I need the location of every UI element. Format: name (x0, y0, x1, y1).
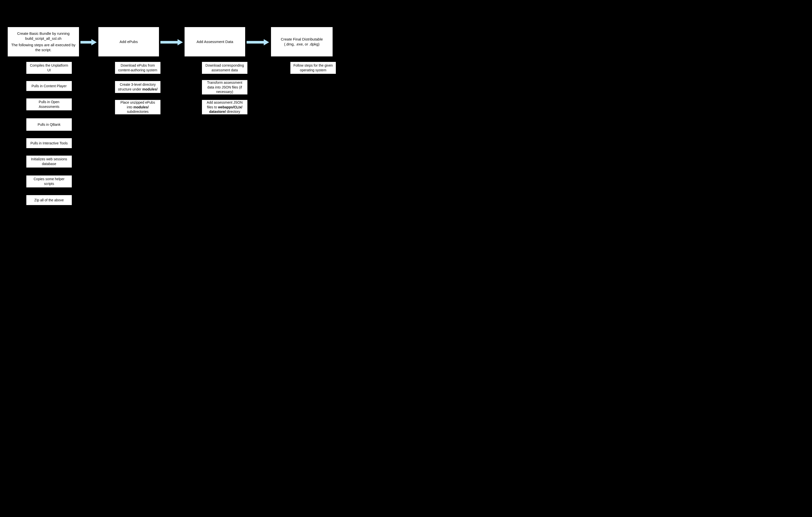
substep-transform-assessment-data: Transform assessment data into JSON file… (202, 80, 248, 95)
text: Initializes web sessions (31, 157, 67, 161)
step-add-assessment-data: Add Assessment Data (184, 27, 245, 57)
substep-create-directory-structure: Create 3-level directory structure under… (115, 81, 161, 93)
substep-pulls-interactive-tools: Pulls in Interactive Tools (26, 138, 72, 148)
text: build_script_all_ssl.sh (25, 36, 62, 40)
substep-download-assessment-data: Download corresponding assessment data (202, 62, 248, 74)
text-bold: datastore/ (209, 110, 226, 114)
text-bold: modules/ (134, 105, 148, 109)
arrow-icon (246, 38, 270, 46)
text: Download corresponding (205, 63, 244, 67)
text: Follow steps for the given (293, 63, 333, 67)
text: Transform assessment (207, 81, 242, 84)
text-bold: webapps/CLIx/ (218, 105, 242, 109)
substep-download-epubs: Download ePubs from content-authoring sy… (115, 62, 161, 74)
text: database (42, 162, 56, 166)
text: Pulls in Open (39, 100, 59, 104)
text: Copies some helper (33, 177, 65, 181)
substep-compiles-unplatform-ui: Compiles the Unplatform UI (26, 62, 72, 74)
text: structure under (118, 87, 142, 91)
substep-pulls-qbank: Pulls in QBank (26, 118, 72, 131)
text: Pulls in Interactive Tools (31, 141, 68, 145)
arrow-icon (80, 38, 97, 46)
text-bold: modules/ (142, 87, 157, 91)
text: the script. (35, 48, 51, 52)
text: subdirectories (127, 110, 148, 114)
text: The following steps are all executed by (11, 43, 75, 47)
substep-pulls-open-assessments: Pulls in Open Assessments (26, 98, 72, 111)
substep-copies-helper-scripts: Copies some helper scripts (26, 175, 72, 188)
text: Add ePubs (119, 39, 138, 44)
step-create-final-distributable: Create Final Distributable (.dmg, .exe, … (271, 27, 333, 57)
text: scripts (44, 182, 54, 186)
substep-place-unzipped-epubs: Place unzipped ePubs into modules/ subdi… (115, 100, 161, 115)
text: data into JSON files (if (207, 85, 242, 89)
text: Compiles the Unplatform (30, 63, 68, 67)
text: Create Basic Bundle by running (17, 31, 69, 35)
text: Add Assessment Data (197, 39, 233, 44)
text: Create 3-level directory (120, 83, 156, 86)
substep-pulls-content-player: Pulls in Content Player (26, 81, 72, 91)
text: (.dmg, .exe, or .dpkg) (284, 42, 320, 46)
step-add-epubs: Add ePubs (98, 27, 159, 57)
text: assessment data (212, 68, 238, 72)
text: Download ePubs from (121, 63, 155, 67)
substep-initializes-web-sessions: Initializes web sessions database (26, 155, 72, 168)
text: files to (207, 105, 218, 109)
substep-follow-os-steps: Follow steps for the given operating sys… (290, 62, 336, 74)
substep-zip-all: Zip all of the above (26, 195, 72, 205)
text: Assessments (39, 105, 59, 109)
text: directory (226, 110, 240, 114)
text: operating system (300, 68, 326, 72)
text: Add assessment JSON (207, 101, 243, 104)
text: Pulls in Content Player (32, 84, 67, 88)
text: Pulls in QBank (38, 123, 61, 127)
text: necessary) (216, 90, 233, 94)
diagram-canvas: Create Basic Bundle by running build_scr… (0, 0, 387, 246)
substep-add-assessment-json: Add assessment JSON files to webapps/CLI… (202, 100, 248, 115)
step-create-basic-bundle: Create Basic Bundle by running build_scr… (7, 27, 79, 57)
text: content-authoring system (118, 68, 157, 72)
text: Place unzipped ePubs (120, 101, 155, 104)
text: Zip all of the above (34, 198, 64, 202)
text: into (127, 105, 134, 109)
arrow-icon (160, 38, 183, 46)
text: UI (48, 68, 51, 72)
text: Create Final Distributable (281, 37, 323, 41)
